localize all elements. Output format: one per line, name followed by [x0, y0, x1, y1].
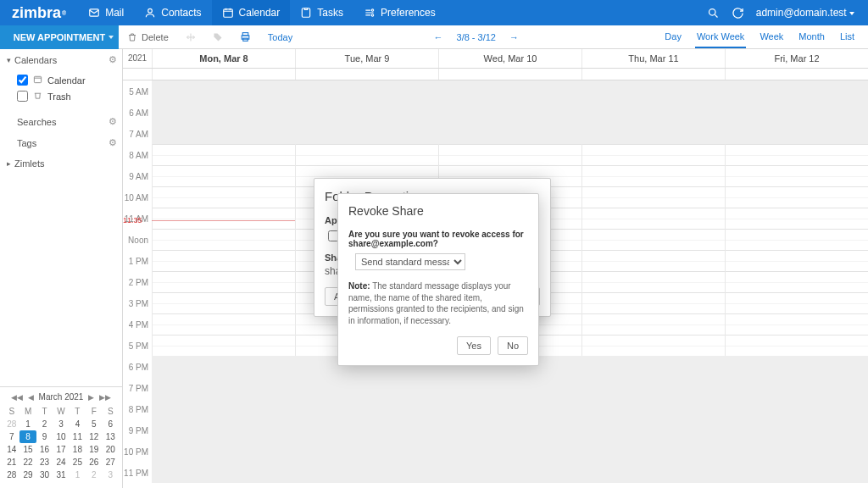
mini-prev-year[interactable]: ◀◀ [11, 393, 23, 402]
view-month[interactable]: Month [797, 26, 826, 48]
nav-calendar[interactable]: Calendar [212, 0, 291, 25]
sidebar-searches[interactable]: Searches ⚙ [0, 111, 122, 132]
year-label: 2021 [123, 49, 152, 68]
mini-day[interactable]: 5 [86, 418, 102, 430]
mini-day[interactable]: 24 [53, 456, 69, 469]
search-icon[interactable] [707, 7, 720, 19]
svg-point-6 [709, 8, 715, 15]
top-nav: zimbra® Mail Contacts Calendar Tasks Pre… [0, 0, 868, 25]
mini-day[interactable]: 17 [53, 443, 69, 456]
chevron-right-icon: ▸ [7, 159, 11, 168]
mini-day[interactable]: 28 [3, 418, 19, 430]
revoke-note: Note: The standard message displays your… [348, 280, 528, 326]
mini-day[interactable]: 29 [19, 469, 36, 481]
mini-day[interactable]: 27 [103, 456, 119, 469]
mini-day[interactable]: 14 [3, 443, 19, 456]
sidebar-tags[interactable]: Tags ⚙ [0, 132, 122, 153]
mini-day[interactable]: 25 [70, 456, 86, 469]
mini-day[interactable]: 3 [103, 469, 119, 481]
view-week[interactable]: Week [758, 26, 785, 48]
view-work-week[interactable]: Work Week [695, 26, 746, 48]
mini-next-month[interactable]: ▶ [88, 393, 94, 402]
mini-day[interactable]: 30 [36, 469, 53, 481]
print-button[interactable] [231, 31, 259, 42]
sidebar-calendars[interactable]: ▾ Calendars ⚙ [0, 49, 122, 70]
view-list[interactable]: List [838, 26, 856, 48]
contacts-icon [144, 7, 156, 19]
chevron-down-icon [108, 36, 114, 39]
trash-checkbox[interactable] [17, 91, 28, 102]
calendar-icon [222, 7, 234, 19]
sidebar-item-trash[interactable]: Trash [0, 88, 122, 104]
time-gutter: 5 AM6 AM7 AM8 AM9 AM10 AM11 AMNoon1 PM2 … [123, 80, 152, 483]
view-tabs: Day Work Week Week Month List [651, 26, 868, 48]
mini-day[interactable]: 21 [3, 456, 19, 469]
day-header-thu[interactable]: Thu, Mar 11 [581, 49, 725, 68]
view-day[interactable]: Day [663, 26, 683, 48]
day-header-mon[interactable]: Mon, Mar 8 [152, 49, 295, 68]
nav-contacts[interactable]: Contacts [134, 0, 211, 25]
mini-day[interactable]: 20 [103, 443, 119, 456]
toolbar: NEW APPOINTMENT Delete Today ← 3/8 - 3/1… [0, 25, 868, 49]
mini-prev-month[interactable]: ◀ [28, 393, 34, 402]
allday-row[interactable] [123, 69, 868, 80]
gear-icon[interactable]: ⚙ [108, 137, 117, 148]
new-appointment-button[interactable]: NEW APPOINTMENT [0, 25, 119, 49]
mini-day[interactable]: 31 [53, 469, 69, 481]
nav-preferences[interactable]: Preferences [353, 0, 446, 25]
gear-icon[interactable]: ⚙ [108, 54, 117, 65]
mini-day[interactable]: 2 [86, 469, 102, 481]
mini-day[interactable]: 1 [19, 418, 36, 430]
svg-point-1 [148, 8, 153, 13]
mini-day[interactable]: 4 [70, 418, 86, 430]
day-col[interactable] [581, 80, 725, 483]
nav-mail[interactable]: Mail [78, 0, 134, 25]
mini-day[interactable]: 2 [36, 418, 53, 430]
mini-day[interactable]: 6 [103, 418, 119, 430]
mini-day[interactable]: 22 [19, 456, 36, 469]
calendar-checkbox[interactable] [17, 75, 28, 86]
date-range[interactable]: 3/8 - 3/12 [457, 32, 496, 42]
sidebar-zimlets[interactable]: ▸ Zimlets [0, 153, 122, 174]
next-week-button[interactable]: → [509, 32, 519, 42]
user-menu[interactable]: admin@domain.test [756, 7, 854, 19]
revoke-question: Are you sure you want to revoke access f… [348, 230, 528, 248]
day-col[interactable] [725, 80, 868, 483]
gear-icon[interactable]: ⚙ [108, 116, 117, 127]
mini-day[interactable]: 15 [19, 443, 36, 456]
date-nav: ← 3/8 - 3/12 → [434, 32, 519, 42]
mini-day[interactable]: 9 [36, 430, 53, 443]
day-col[interactable] [152, 80, 295, 483]
mini-day[interactable]: 18 [70, 443, 86, 456]
mini-day[interactable]: 23 [36, 456, 53, 469]
mail-icon [88, 7, 100, 19]
prev-week-button[interactable]: ← [434, 32, 443, 42]
mini-day[interactable]: 11 [70, 430, 86, 443]
mini-day[interactable]: 7 [3, 430, 19, 443]
tag-icon [204, 32, 231, 42]
refresh-icon[interactable] [732, 7, 744, 19]
yes-button[interactable]: Yes [457, 336, 491, 355]
message-select[interactable]: Send standard message [355, 253, 465, 270]
mini-day[interactable]: 26 [86, 456, 102, 469]
mini-day[interactable]: 19 [86, 443, 102, 456]
mini-day[interactable]: 10 [53, 430, 69, 443]
mini-day[interactable]: 12 [86, 430, 102, 443]
mini-day[interactable]: 1 [70, 469, 86, 481]
no-button[interactable]: No [498, 336, 528, 355]
mini-day[interactable]: 16 [36, 443, 53, 456]
delete-button[interactable]: Delete [119, 32, 177, 42]
day-header-fri[interactable]: Fri, Mar 12 [725, 49, 868, 68]
sidebar-item-calendar[interactable]: Calendar [0, 72, 122, 88]
nav-tasks[interactable]: Tasks [290, 0, 353, 25]
mini-next-year[interactable]: ▶▶ [99, 393, 111, 402]
day-header-wed[interactable]: Wed, Mar 10 [438, 49, 581, 68]
mini-day[interactable]: 8 [19, 430, 36, 443]
mini-day[interactable]: 3 [53, 418, 69, 430]
mini-title[interactable]: March 2021 [39, 392, 84, 402]
day-header-tue[interactable]: Tue, Mar 9 [295, 49, 438, 68]
mini-day[interactable]: 28 [3, 469, 19, 481]
svg-rect-10 [34, 76, 41, 82]
mini-day[interactable]: 13 [103, 430, 119, 443]
today-button[interactable]: Today [259, 32, 301, 42]
